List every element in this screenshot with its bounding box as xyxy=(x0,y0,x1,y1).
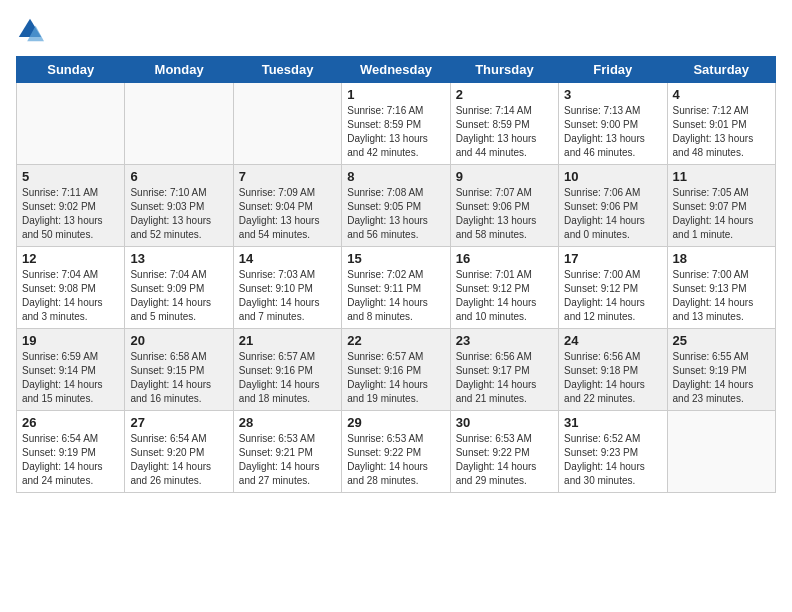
day-number: 7 xyxy=(239,169,336,184)
calendar-day-cell: 12Sunrise: 7:04 AM Sunset: 9:08 PM Dayli… xyxy=(17,247,125,329)
day-number: 1 xyxy=(347,87,444,102)
day-number: 17 xyxy=(564,251,661,266)
weekday-header-wednesday: Wednesday xyxy=(342,57,450,83)
day-info: Sunrise: 6:54 AM Sunset: 9:19 PM Dayligh… xyxy=(22,432,119,488)
day-info: Sunrise: 6:59 AM Sunset: 9:14 PM Dayligh… xyxy=(22,350,119,406)
empty-day-cell xyxy=(125,83,233,165)
day-number: 16 xyxy=(456,251,553,266)
day-info: Sunrise: 7:13 AM Sunset: 9:00 PM Dayligh… xyxy=(564,104,661,160)
day-number: 4 xyxy=(673,87,770,102)
logo xyxy=(16,16,48,44)
day-number: 21 xyxy=(239,333,336,348)
calendar-day-cell: 5Sunrise: 7:11 AM Sunset: 9:02 PM Daylig… xyxy=(17,165,125,247)
calendar-day-cell: 22Sunrise: 6:57 AM Sunset: 9:16 PM Dayli… xyxy=(342,329,450,411)
day-info: Sunrise: 7:14 AM Sunset: 8:59 PM Dayligh… xyxy=(456,104,553,160)
day-info: Sunrise: 6:57 AM Sunset: 9:16 PM Dayligh… xyxy=(239,350,336,406)
calendar-day-cell: 8Sunrise: 7:08 AM Sunset: 9:05 PM Daylig… xyxy=(342,165,450,247)
day-number: 3 xyxy=(564,87,661,102)
day-number: 8 xyxy=(347,169,444,184)
day-number: 10 xyxy=(564,169,661,184)
day-number: 6 xyxy=(130,169,227,184)
calendar-table: SundayMondayTuesdayWednesdayThursdayFrid… xyxy=(16,56,776,493)
calendar-day-cell: 30Sunrise: 6:53 AM Sunset: 9:22 PM Dayli… xyxy=(450,411,558,493)
day-info: Sunrise: 7:04 AM Sunset: 9:09 PM Dayligh… xyxy=(130,268,227,324)
calendar-day-cell: 17Sunrise: 7:00 AM Sunset: 9:12 PM Dayli… xyxy=(559,247,667,329)
day-info: Sunrise: 7:08 AM Sunset: 9:05 PM Dayligh… xyxy=(347,186,444,242)
calendar-week-row: 1Sunrise: 7:16 AM Sunset: 8:59 PM Daylig… xyxy=(17,83,776,165)
day-number: 13 xyxy=(130,251,227,266)
calendar-day-cell: 7Sunrise: 7:09 AM Sunset: 9:04 PM Daylig… xyxy=(233,165,341,247)
day-number: 23 xyxy=(456,333,553,348)
calendar-day-cell: 31Sunrise: 6:52 AM Sunset: 9:23 PM Dayli… xyxy=(559,411,667,493)
day-number: 22 xyxy=(347,333,444,348)
weekday-header-sunday: Sunday xyxy=(17,57,125,83)
day-info: Sunrise: 7:03 AM Sunset: 9:10 PM Dayligh… xyxy=(239,268,336,324)
day-number: 5 xyxy=(22,169,119,184)
day-info: Sunrise: 6:53 AM Sunset: 9:22 PM Dayligh… xyxy=(456,432,553,488)
day-info: Sunrise: 7:09 AM Sunset: 9:04 PM Dayligh… xyxy=(239,186,336,242)
calendar-day-cell: 10Sunrise: 7:06 AM Sunset: 9:06 PM Dayli… xyxy=(559,165,667,247)
day-info: Sunrise: 6:54 AM Sunset: 9:20 PM Dayligh… xyxy=(130,432,227,488)
day-info: Sunrise: 6:56 AM Sunset: 9:18 PM Dayligh… xyxy=(564,350,661,406)
weekday-header-thursday: Thursday xyxy=(450,57,558,83)
calendar-week-row: 19Sunrise: 6:59 AM Sunset: 9:14 PM Dayli… xyxy=(17,329,776,411)
day-info: Sunrise: 7:07 AM Sunset: 9:06 PM Dayligh… xyxy=(456,186,553,242)
day-info: Sunrise: 6:53 AM Sunset: 9:22 PM Dayligh… xyxy=(347,432,444,488)
calendar-day-cell: 28Sunrise: 6:53 AM Sunset: 9:21 PM Dayli… xyxy=(233,411,341,493)
weekday-header-monday: Monday xyxy=(125,57,233,83)
weekday-header-friday: Friday xyxy=(559,57,667,83)
day-number: 15 xyxy=(347,251,444,266)
calendar-day-cell: 29Sunrise: 6:53 AM Sunset: 9:22 PM Dayli… xyxy=(342,411,450,493)
day-number: 27 xyxy=(130,415,227,430)
day-info: Sunrise: 7:06 AM Sunset: 9:06 PM Dayligh… xyxy=(564,186,661,242)
day-number: 2 xyxy=(456,87,553,102)
day-number: 19 xyxy=(22,333,119,348)
calendar-day-cell: 4Sunrise: 7:12 AM Sunset: 9:01 PM Daylig… xyxy=(667,83,775,165)
day-info: Sunrise: 7:16 AM Sunset: 8:59 PM Dayligh… xyxy=(347,104,444,160)
weekday-header-tuesday: Tuesday xyxy=(233,57,341,83)
day-info: Sunrise: 6:55 AM Sunset: 9:19 PM Dayligh… xyxy=(673,350,770,406)
calendar-week-row: 5Sunrise: 7:11 AM Sunset: 9:02 PM Daylig… xyxy=(17,165,776,247)
calendar-week-row: 26Sunrise: 6:54 AM Sunset: 9:19 PM Dayli… xyxy=(17,411,776,493)
day-info: Sunrise: 7:11 AM Sunset: 9:02 PM Dayligh… xyxy=(22,186,119,242)
day-number: 26 xyxy=(22,415,119,430)
day-info: Sunrise: 7:04 AM Sunset: 9:08 PM Dayligh… xyxy=(22,268,119,324)
calendar-day-cell: 18Sunrise: 7:00 AM Sunset: 9:13 PM Dayli… xyxy=(667,247,775,329)
calendar-day-cell: 9Sunrise: 7:07 AM Sunset: 9:06 PM Daylig… xyxy=(450,165,558,247)
weekday-header-row: SundayMondayTuesdayWednesdayThursdayFrid… xyxy=(17,57,776,83)
day-info: Sunrise: 6:56 AM Sunset: 9:17 PM Dayligh… xyxy=(456,350,553,406)
calendar-day-cell: 11Sunrise: 7:05 AM Sunset: 9:07 PM Dayli… xyxy=(667,165,775,247)
day-info: Sunrise: 7:12 AM Sunset: 9:01 PM Dayligh… xyxy=(673,104,770,160)
day-number: 9 xyxy=(456,169,553,184)
calendar-day-cell: 25Sunrise: 6:55 AM Sunset: 9:19 PM Dayli… xyxy=(667,329,775,411)
calendar-week-row: 12Sunrise: 7:04 AM Sunset: 9:08 PM Dayli… xyxy=(17,247,776,329)
calendar-day-cell: 20Sunrise: 6:58 AM Sunset: 9:15 PM Dayli… xyxy=(125,329,233,411)
calendar-day-cell: 16Sunrise: 7:01 AM Sunset: 9:12 PM Dayli… xyxy=(450,247,558,329)
day-number: 11 xyxy=(673,169,770,184)
day-number: 30 xyxy=(456,415,553,430)
day-info: Sunrise: 7:00 AM Sunset: 9:13 PM Dayligh… xyxy=(673,268,770,324)
page-header xyxy=(16,16,776,44)
day-info: Sunrise: 6:52 AM Sunset: 9:23 PM Dayligh… xyxy=(564,432,661,488)
day-number: 29 xyxy=(347,415,444,430)
calendar-day-cell: 24Sunrise: 6:56 AM Sunset: 9:18 PM Dayli… xyxy=(559,329,667,411)
calendar-day-cell: 6Sunrise: 7:10 AM Sunset: 9:03 PM Daylig… xyxy=(125,165,233,247)
day-info: Sunrise: 7:10 AM Sunset: 9:03 PM Dayligh… xyxy=(130,186,227,242)
calendar-day-cell: 13Sunrise: 7:04 AM Sunset: 9:09 PM Dayli… xyxy=(125,247,233,329)
calendar-day-cell: 3Sunrise: 7:13 AM Sunset: 9:00 PM Daylig… xyxy=(559,83,667,165)
day-info: Sunrise: 6:57 AM Sunset: 9:16 PM Dayligh… xyxy=(347,350,444,406)
day-info: Sunrise: 6:53 AM Sunset: 9:21 PM Dayligh… xyxy=(239,432,336,488)
day-info: Sunrise: 7:00 AM Sunset: 9:12 PM Dayligh… xyxy=(564,268,661,324)
calendar-day-cell: 26Sunrise: 6:54 AM Sunset: 9:19 PM Dayli… xyxy=(17,411,125,493)
calendar-day-cell: 19Sunrise: 6:59 AM Sunset: 9:14 PM Dayli… xyxy=(17,329,125,411)
logo-icon xyxy=(16,16,44,44)
calendar-day-cell: 14Sunrise: 7:03 AM Sunset: 9:10 PM Dayli… xyxy=(233,247,341,329)
calendar-day-cell: 2Sunrise: 7:14 AM Sunset: 8:59 PM Daylig… xyxy=(450,83,558,165)
calendar-day-cell: 27Sunrise: 6:54 AM Sunset: 9:20 PM Dayli… xyxy=(125,411,233,493)
calendar-day-cell: 1Sunrise: 7:16 AM Sunset: 8:59 PM Daylig… xyxy=(342,83,450,165)
day-number: 14 xyxy=(239,251,336,266)
day-info: Sunrise: 7:05 AM Sunset: 9:07 PM Dayligh… xyxy=(673,186,770,242)
weekday-header-saturday: Saturday xyxy=(667,57,775,83)
day-info: Sunrise: 6:58 AM Sunset: 9:15 PM Dayligh… xyxy=(130,350,227,406)
day-number: 12 xyxy=(22,251,119,266)
